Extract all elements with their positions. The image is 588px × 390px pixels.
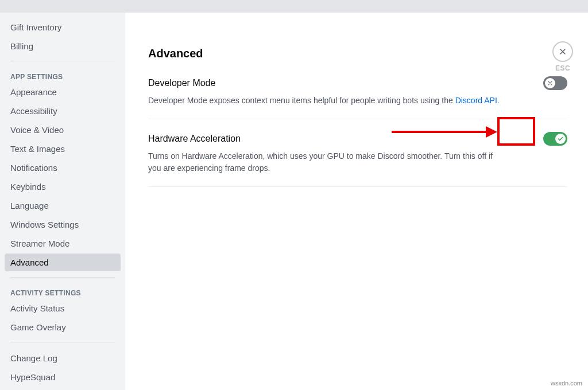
sidebar-item-hypesquad[interactable]: HypeSquad	[5, 368, 121, 386]
sidebar-header-activity-settings: Activity Settings	[5, 284, 121, 299]
sidebar-item-gift-inventory[interactable]: Gift Inventory	[5, 18, 121, 36]
close-settings: ESC	[552, 41, 573, 72]
page-title: Advanced	[148, 47, 567, 60]
sidebar-item-language[interactable]: Language	[5, 197, 121, 214]
sidebar-item-game-overlay[interactable]: Game Overlay	[5, 318, 121, 336]
discord-api-link[interactable]: Discord API	[455, 96, 497, 105]
sidebar-item-appearance[interactable]: Appearance	[5, 83, 121, 101]
sidebar-item-activity-status[interactable]: Activity Status	[5, 299, 121, 317]
developer-mode-toggle[interactable]	[543, 76, 567, 90]
setting-developer-mode: Developer Mode Developer Mode exposes co…	[148, 76, 567, 119]
sidebar-item-keybinds[interactable]: Keybinds	[5, 178, 121, 196]
sidebar-item-notifications[interactable]: Notifications	[5, 159, 121, 177]
sidebar-divider	[10, 61, 115, 61]
sidebar-item-accessibility[interactable]: Accessibility	[5, 102, 121, 120]
sidebar-header-app-settings: App Settings	[5, 68, 121, 83]
settings-sidebar: Gift InventoryBilling App Settings Appea…	[0, 13, 125, 390]
setting-hardware-acceleration: Hardware Acceleration Turns on Hardware …	[148, 132, 567, 187]
sidebar-item-text-images[interactable]: Text & Images	[5, 140, 121, 158]
sidebar-item-billing[interactable]: Billing	[5, 37, 121, 55]
developer-mode-title: Developer Mode	[148, 78, 215, 88]
window-titlebar	[0, 0, 588, 13]
sidebar-item-windows-settings[interactable]: Windows Settings	[5, 216, 121, 233]
close-icon	[558, 47, 567, 56]
hardware-acceleration-description: Turns on Hardware Acceleration, which us…	[148, 150, 504, 174]
watermark: wsxdn.com	[551, 380, 582, 387]
close-button[interactable]	[552, 41, 573, 62]
toggle-off-icon	[547, 80, 554, 87]
settings-content: Advanced Developer Mode Developer Mode e…	[125, 13, 588, 390]
sidebar-divider	[10, 277, 115, 278]
toggle-on-check-icon	[557, 135, 564, 142]
sidebar-divider	[10, 342, 115, 342]
sidebar-item-change-log[interactable]: Change Log	[5, 349, 121, 367]
hardware-acceleration-title: Hardware Acceleration	[148, 134, 241, 144]
close-label: ESC	[555, 64, 570, 72]
sidebar-item-advanced[interactable]: Advanced	[5, 253, 121, 271]
developer-mode-description: Developer Mode exposes context menu item…	[148, 95, 504, 106]
hardware-acceleration-toggle[interactable]	[543, 132, 567, 146]
sidebar-item-voice-video[interactable]: Voice & Video	[5, 121, 121, 139]
sidebar-item-streamer-mode[interactable]: Streamer Mode	[5, 235, 121, 252]
